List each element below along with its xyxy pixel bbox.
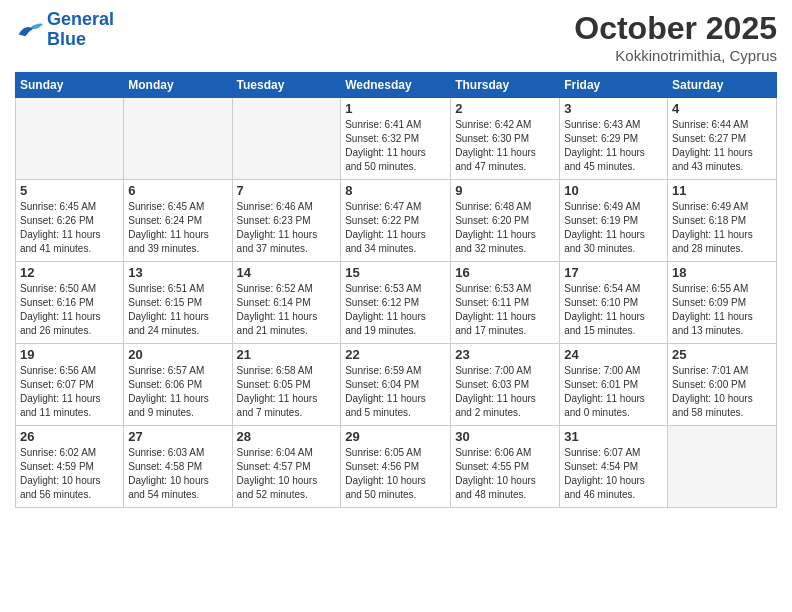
logo: General Blue [15,10,114,50]
calendar-cell [232,98,341,180]
calendar-cell: 25Sunrise: 7:01 AM Sunset: 6:00 PM Dayli… [668,344,777,426]
day-info: Sunrise: 6:49 AM Sunset: 6:19 PM Dayligh… [564,200,663,256]
logo-icon [15,18,43,42]
day-number: 6 [128,183,227,198]
calendar-cell: 15Sunrise: 6:53 AM Sunset: 6:12 PM Dayli… [341,262,451,344]
logo-text: General Blue [47,10,114,50]
calendar-cell: 8Sunrise: 6:47 AM Sunset: 6:22 PM Daylig… [341,180,451,262]
calendar-cell: 14Sunrise: 6:52 AM Sunset: 6:14 PM Dayli… [232,262,341,344]
day-number: 3 [564,101,663,116]
day-info: Sunrise: 6:53 AM Sunset: 6:12 PM Dayligh… [345,282,446,338]
day-number: 22 [345,347,446,362]
day-info: Sunrise: 6:06 AM Sunset: 4:55 PM Dayligh… [455,446,555,502]
day-info: Sunrise: 6:58 AM Sunset: 6:05 PM Dayligh… [237,364,337,420]
calendar-cell: 18Sunrise: 6:55 AM Sunset: 6:09 PM Dayli… [668,262,777,344]
page-container: General Blue October 2025 Kokkinotrimith… [0,0,792,518]
calendar-cell: 28Sunrise: 6:04 AM Sunset: 4:57 PM Dayli… [232,426,341,508]
calendar-header-row: SundayMondayTuesdayWednesdayThursdayFrid… [16,73,777,98]
day-number: 20 [128,347,227,362]
weekday-header: Wednesday [341,73,451,98]
day-number: 9 [455,183,555,198]
day-number: 19 [20,347,119,362]
day-number: 11 [672,183,772,198]
day-number: 18 [672,265,772,280]
day-number: 27 [128,429,227,444]
day-info: Sunrise: 6:02 AM Sunset: 4:59 PM Dayligh… [20,446,119,502]
day-info: Sunrise: 6:42 AM Sunset: 6:30 PM Dayligh… [455,118,555,174]
day-number: 14 [237,265,337,280]
day-info: Sunrise: 6:55 AM Sunset: 6:09 PM Dayligh… [672,282,772,338]
day-number: 12 [20,265,119,280]
day-info: Sunrise: 6:50 AM Sunset: 6:16 PM Dayligh… [20,282,119,338]
logo-line1: General [47,9,114,29]
calendar-cell: 29Sunrise: 6:05 AM Sunset: 4:56 PM Dayli… [341,426,451,508]
day-number: 5 [20,183,119,198]
calendar-cell [668,426,777,508]
day-info: Sunrise: 6:41 AM Sunset: 6:32 PM Dayligh… [345,118,446,174]
calendar-cell: 16Sunrise: 6:53 AM Sunset: 6:11 PM Dayli… [451,262,560,344]
day-info: Sunrise: 7:00 AM Sunset: 6:01 PM Dayligh… [564,364,663,420]
day-info: Sunrise: 6:46 AM Sunset: 6:23 PM Dayligh… [237,200,337,256]
calendar-cell: 26Sunrise: 6:02 AM Sunset: 4:59 PM Dayli… [16,426,124,508]
calendar-cell: 7Sunrise: 6:46 AM Sunset: 6:23 PM Daylig… [232,180,341,262]
day-info: Sunrise: 6:49 AM Sunset: 6:18 PM Dayligh… [672,200,772,256]
calendar-cell: 11Sunrise: 6:49 AM Sunset: 6:18 PM Dayli… [668,180,777,262]
day-info: Sunrise: 6:45 AM Sunset: 6:24 PM Dayligh… [128,200,227,256]
day-number: 31 [564,429,663,444]
calendar-week-row: 19Sunrise: 6:56 AM Sunset: 6:07 PM Dayli… [16,344,777,426]
day-info: Sunrise: 6:07 AM Sunset: 4:54 PM Dayligh… [564,446,663,502]
day-info: Sunrise: 7:01 AM Sunset: 6:00 PM Dayligh… [672,364,772,420]
weekday-header: Friday [560,73,668,98]
calendar-cell: 22Sunrise: 6:59 AM Sunset: 6:04 PM Dayli… [341,344,451,426]
day-number: 21 [237,347,337,362]
day-info: Sunrise: 6:51 AM Sunset: 6:15 PM Dayligh… [128,282,227,338]
day-info: Sunrise: 6:43 AM Sunset: 6:29 PM Dayligh… [564,118,663,174]
day-info: Sunrise: 6:52 AM Sunset: 6:14 PM Dayligh… [237,282,337,338]
calendar-cell: 10Sunrise: 6:49 AM Sunset: 6:19 PM Dayli… [560,180,668,262]
calendar-cell: 2Sunrise: 6:42 AM Sunset: 6:30 PM Daylig… [451,98,560,180]
calendar-week-row: 26Sunrise: 6:02 AM Sunset: 4:59 PM Dayli… [16,426,777,508]
day-number: 13 [128,265,227,280]
weekday-header: Thursday [451,73,560,98]
calendar-cell: 24Sunrise: 7:00 AM Sunset: 6:01 PM Dayli… [560,344,668,426]
day-info: Sunrise: 6:57 AM Sunset: 6:06 PM Dayligh… [128,364,227,420]
location: Kokkinotrimithia, Cyprus [574,47,777,64]
weekday-header: Tuesday [232,73,341,98]
day-number: 16 [455,265,555,280]
calendar-cell: 5Sunrise: 6:45 AM Sunset: 6:26 PM Daylig… [16,180,124,262]
day-number: 8 [345,183,446,198]
month-title: October 2025 [574,10,777,47]
day-number: 24 [564,347,663,362]
day-number: 28 [237,429,337,444]
calendar-cell: 31Sunrise: 6:07 AM Sunset: 4:54 PM Dayli… [560,426,668,508]
calendar-cell: 6Sunrise: 6:45 AM Sunset: 6:24 PM Daylig… [124,180,232,262]
calendar-cell: 12Sunrise: 6:50 AM Sunset: 6:16 PM Dayli… [16,262,124,344]
weekday-header: Sunday [16,73,124,98]
day-number: 25 [672,347,772,362]
calendar-cell: 23Sunrise: 7:00 AM Sunset: 6:03 PM Dayli… [451,344,560,426]
day-info: Sunrise: 6:53 AM Sunset: 6:11 PM Dayligh… [455,282,555,338]
calendar-cell [124,98,232,180]
calendar-cell: 19Sunrise: 6:56 AM Sunset: 6:07 PM Dayli… [16,344,124,426]
day-number: 23 [455,347,555,362]
calendar-table: SundayMondayTuesdayWednesdayThursdayFrid… [15,72,777,508]
day-info: Sunrise: 6:04 AM Sunset: 4:57 PM Dayligh… [237,446,337,502]
day-info: Sunrise: 7:00 AM Sunset: 6:03 PM Dayligh… [455,364,555,420]
calendar-cell: 9Sunrise: 6:48 AM Sunset: 6:20 PM Daylig… [451,180,560,262]
day-info: Sunrise: 6:54 AM Sunset: 6:10 PM Dayligh… [564,282,663,338]
weekday-header: Monday [124,73,232,98]
calendar-cell: 20Sunrise: 6:57 AM Sunset: 6:06 PM Dayli… [124,344,232,426]
weekday-header: Saturday [668,73,777,98]
logo-line2: Blue [47,29,86,49]
title-block: October 2025 Kokkinotrimithia, Cyprus [574,10,777,64]
calendar-cell: 1Sunrise: 6:41 AM Sunset: 6:32 PM Daylig… [341,98,451,180]
day-number: 1 [345,101,446,116]
calendar-week-row: 12Sunrise: 6:50 AM Sunset: 6:16 PM Dayli… [16,262,777,344]
day-info: Sunrise: 6:48 AM Sunset: 6:20 PM Dayligh… [455,200,555,256]
calendar-week-row: 5Sunrise: 6:45 AM Sunset: 6:26 PM Daylig… [16,180,777,262]
day-number: 30 [455,429,555,444]
calendar-cell: 3Sunrise: 6:43 AM Sunset: 6:29 PM Daylig… [560,98,668,180]
calendar-cell: 21Sunrise: 6:58 AM Sunset: 6:05 PM Dayli… [232,344,341,426]
day-number: 15 [345,265,446,280]
calendar-week-row: 1Sunrise: 6:41 AM Sunset: 6:32 PM Daylig… [16,98,777,180]
